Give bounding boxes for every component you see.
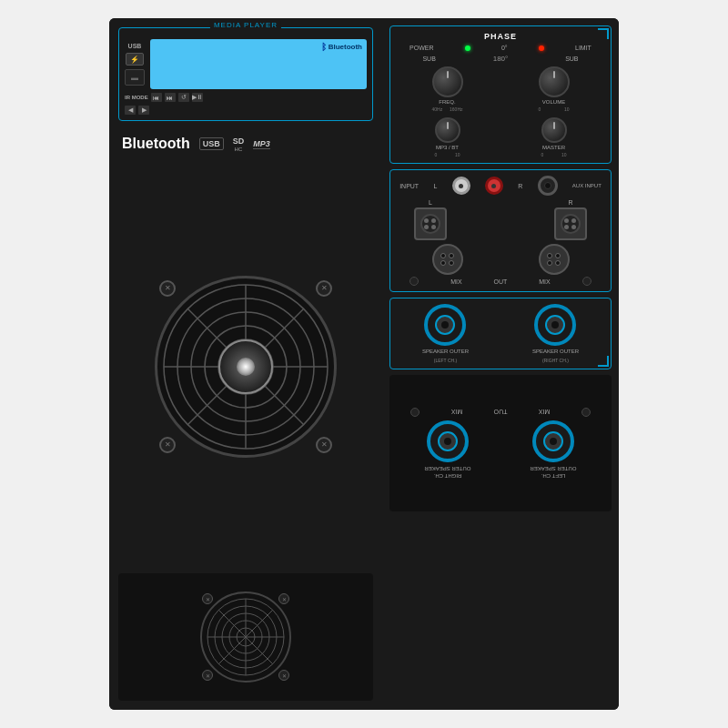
input-label: INPUT — [399, 183, 419, 189]
speaker-jack-right: SPEAKER OUTER (RIGHT CH.) — [532, 304, 579, 363]
ir-mode-label: IR MODE — [125, 95, 148, 100]
flipped-speaker-labels: LEFT CH. OUTER SPEAKER RIGHT CH. OUTER S… — [395, 466, 606, 479]
repeat-btn[interactable]: ↺ — [178, 93, 189, 102]
speaker-section: SPEAKER OUTER (LEFT CH.) SPEAKER OUTER (… — [389, 298, 612, 369]
speaker-left-ch: (LEFT CH.) — [434, 358, 457, 363]
flipped-mix-right: MIX — [451, 410, 462, 416]
usb-feature-icon: USB — [199, 137, 224, 150]
mix-left-label: MIX — [450, 278, 461, 285]
volume-knob-group: VOLUME 0 10 — [539, 66, 570, 112]
bluetooth-text: Bluetooth — [122, 136, 190, 152]
aux-input-label: AUX INPUT — [572, 183, 602, 188]
media-player-title: MEDIA PLAYER — [210, 21, 281, 29]
rca-jack-red[interactable] — [485, 177, 503, 195]
sub-right-label: SUB — [565, 56, 578, 62]
input-top-row: INPUT L R AUX INPUT — [394, 176, 607, 196]
flipped-right-ch-label: RIGHT CH. — [434, 473, 462, 479]
flipped-mix-left: MIX — [539, 410, 550, 416]
rca-jack-white[interactable] — [452, 177, 470, 195]
mp3-bt-label: MP3 / BT — [436, 145, 459, 150]
xlr-body-right[interactable] — [539, 244, 570, 275]
next-btn[interactable]: ⏭ — [165, 93, 176, 102]
vol-up-btn[interactable]: ▶ — [138, 106, 149, 115]
sd-badge-text: SD — [233, 136, 245, 146]
speaker-connector-left[interactable] — [424, 304, 466, 346]
left-panel: MEDIA PLAYER USB ᛒ Bluetooth — [109, 18, 382, 710]
flipped-speaker-connector-left[interactable] — [532, 420, 574, 462]
fan-center — [237, 358, 255, 376]
sd-card-icon — [125, 69, 145, 86]
combo-l-label: L — [429, 199, 432, 206]
led-limit — [539, 46, 544, 51]
usb-icon — [126, 53, 144, 66]
power-label: POWER — [410, 45, 433, 51]
play-btn[interactable]: ▶⏸ — [192, 93, 203, 102]
mp3-badge-text: MP3 — [253, 139, 270, 149]
mix-right-label: MIX — [539, 278, 550, 285]
fan-container — [155, 276, 337, 458]
control-row: IR MODE ⏮ ⏭ ↺ ▶⏸ — [125, 93, 367, 102]
mini-fan-grill-svg — [203, 594, 288, 680]
bottom-left-section — [118, 573, 373, 701]
master-knob-group: MASTER 0 10 — [541, 117, 567, 157]
xlr-right — [539, 244, 570, 275]
l-label: L — [433, 183, 437, 189]
flipped-left-outer-label: OUTER SPEAKER — [531, 466, 577, 471]
out-label: OUT — [494, 278, 508, 285]
mix-port-left-circle — [410, 277, 419, 286]
mp3-feature-icon: MP3 — [253, 139, 270, 149]
flipped-right-outer-label: OUTER SPEAKER — [425, 466, 471, 471]
mp3-bt-knob[interactable] — [435, 117, 460, 143]
freq-label: FREQ. — [439, 99, 455, 105]
speaker-right-label: SPEAKER OUTER — [532, 349, 579, 355]
vol-down-btn[interactable]: ◀ — [125, 106, 136, 115]
lcd-display: ᛒ Bluetooth — [150, 39, 367, 89]
freq-knob[interactable] — [432, 66, 463, 97]
input-section: INPUT L R AUX INPUT — [389, 169, 612, 292]
blue-corner-br — [598, 356, 609, 367]
mix-label-row: MIX OUT MIX — [394, 277, 607, 286]
combo-jack-left[interactable] — [414, 207, 447, 240]
bottom-right-section: LEFT CH. OUTER SPEAKER RIGHT CH. OUTER S… — [389, 375, 612, 511]
mini-screw-br — [278, 670, 289, 681]
zero-degree-label: 0° — [501, 45, 508, 51]
volume-knob[interactable] — [539, 66, 570, 97]
aux-jack[interactable] — [538, 176, 558, 196]
combo-r-label: R — [568, 199, 572, 206]
media-left-controls: USB — [125, 39, 145, 89]
combo-jack-right[interactable] — [554, 207, 587, 240]
freq-knob-group: FREQ. 40Hz 160Hz — [432, 66, 463, 112]
prev-btn[interactable]: ⏮ — [151, 93, 162, 102]
volume-label: VOLUME — [542, 99, 565, 105]
flipped-content: LEFT CH. OUTER SPEAKER RIGHT CH. OUTER S… — [389, 402, 612, 484]
limit-label: LIMIT — [575, 45, 592, 51]
master-knob[interactable] — [541, 117, 567, 143]
fan-circle — [155, 276, 337, 458]
device-panel: MEDIA PLAYER USB ᛒ Bluetooth — [109, 18, 619, 710]
flipped-mix-row: MIX TUO MIX — [395, 408, 606, 417]
flipped-mix-port-right — [410, 408, 420, 417]
flipped-speaker-connector-right[interactable] — [427, 420, 469, 462]
media-player-section: MEDIA PLAYER USB ᛒ Bluetooth — [118, 27, 373, 121]
speaker-left-label: SPEAKER OUTER — [422, 349, 469, 355]
xlr-body-left[interactable] — [432, 244, 463, 275]
right-panel: PHASE POWER 0° LIMIT SUB 180° SUB — [382, 18, 619, 710]
flipped-mix-port-left — [581, 408, 591, 417]
xlr-mic-row — [394, 244, 607, 275]
deg180-label: 180° — [493, 55, 509, 63]
phase-deg-row: SUB 180° SUB — [394, 55, 607, 63]
mini-fan-container — [200, 592, 291, 682]
flipped-speaker-connectors — [395, 420, 606, 462]
fan-section — [118, 167, 373, 566]
bluetooth-badge: ᛒ Bluetooth — [321, 42, 362, 52]
r-label: R — [518, 183, 522, 189]
mini-screw-tr — [278, 593, 289, 604]
speaker-connector-right[interactable] — [534, 304, 576, 346]
xlr-left — [432, 244, 463, 275]
master-label: MASTER — [542, 145, 565, 150]
mini-fan-circle — [200, 592, 291, 682]
feature-icons-row: Bluetooth USB SD HC MP3 — [118, 128, 373, 159]
blue-corner-tr — [598, 28, 609, 39]
combo-jacks-row: L — [394, 199, 607, 240]
mini-screw-bl — [202, 670, 213, 681]
